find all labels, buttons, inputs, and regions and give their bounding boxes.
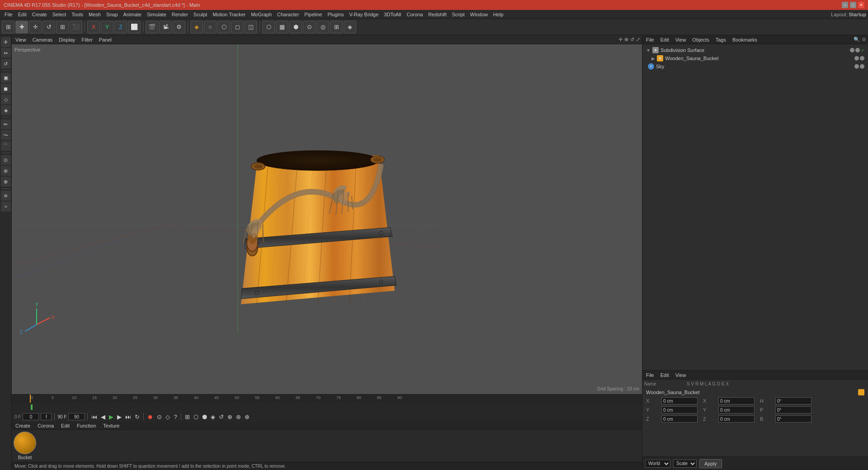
toolbar-grid-toggle[interactable]: ⊞ — [330, 21, 343, 33]
keyframe-button[interactable]: ? — [173, 413, 178, 421]
menu-pipeline[interactable]: Pipeline — [302, 11, 325, 18]
lt-scale[interactable]: ⇔ — [1, 48, 11, 58]
menu-render[interactable]: Render — [169, 11, 191, 18]
menu-sculpt[interactable]: Sculpt — [191, 11, 210, 18]
toolbar-poly-mode[interactable]: ◻ — [231, 21, 244, 33]
menu-snap[interactable]: Snap — [104, 11, 121, 18]
obj-menu-view[interactable]: View — [674, 37, 688, 43]
motion-end-button[interactable]: ⊕ — [244, 413, 250, 421]
toolbar-snap-toggle[interactable]: ◈ — [344, 21, 356, 33]
vp-icon-rotate[interactable]: ↺ — [630, 37, 634, 42]
timeline-ruler[interactable]: 0 5 10 15 20 25 30 35 40 45 50 55 60 65 … — [12, 395, 642, 403]
obj-settings-icon[interactable]: ⚙ — [862, 37, 866, 42]
go-start-button[interactable]: ⏮ — [90, 413, 98, 421]
vp-menu-view[interactable]: View — [14, 37, 28, 43]
toolbar-object-mode[interactable]: ◈ — [190, 21, 203, 33]
viewport[interactable]: X Y Z — [12, 44, 642, 394]
motion-clip-button[interactable]: ⊞ — [184, 413, 191, 421]
motion-point-button[interactable]: ◈ — [210, 413, 216, 421]
lt-spline[interactable]: 〜 — [1, 130, 11, 140]
toolbar-render-all[interactable]: 📽 — [159, 21, 172, 33]
obj-vis-dot-4[interactable] — [860, 56, 864, 61]
menu-plugins[interactable]: Plugins — [325, 11, 346, 18]
menu-select[interactable]: Select — [50, 11, 69, 18]
vp-icon-move[interactable]: ✛ — [618, 37, 623, 42]
menu-3dtoall[interactable]: 3DToAll — [381, 11, 404, 18]
toolbar-point-mode[interactable]: ○ — [204, 21, 217, 33]
lt-pen[interactable]: ✏ — [1, 119, 11, 129]
obj-search-icon[interactable]: 🔍 — [854, 37, 860, 42]
menu-character[interactable]: Character — [274, 11, 302, 18]
play-button[interactable]: ▶ — [108, 413, 114, 421]
toolbar-mode-btn[interactable]: ⊞ — [2, 21, 14, 33]
attr-b-input[interactable] — [775, 415, 811, 423]
mat-menu-corona[interactable]: Corona — [36, 423, 56, 429]
mat-menu-texture[interactable]: Texture — [101, 423, 121, 429]
vp-menu-display[interactable]: Display — [57, 37, 77, 43]
obj-vis-dot-6[interactable] — [860, 64, 864, 69]
material-ball-bucket[interactable] — [14, 432, 36, 454]
toolbar-scale-btn[interactable]: ⊞ — [56, 21, 69, 33]
attr-z2-input[interactable] — [718, 415, 755, 423]
obj-check-icon[interactable]: ✓ — [861, 48, 864, 53]
frame-input-f[interactable] — [41, 413, 52, 420]
toolbar-uv-mode[interactable]: ◫ — [245, 21, 257, 33]
attr-menu-view[interactable]: View — [674, 372, 688, 378]
end-frame-input[interactable] — [68, 413, 85, 420]
lt-weight[interactable]: ⊕ — [1, 177, 11, 187]
go-end-button[interactable]: ⏭ — [124, 413, 132, 421]
motion-rot-button[interactable]: ↺ — [218, 413, 225, 421]
obj-item-sky[interactable]: ● Sky — [644, 62, 866, 70]
minimize-button[interactable]: ─ — [842, 2, 848, 8]
lt-paint[interactable]: ◼ — [1, 84, 11, 94]
menu-redshift[interactable]: Redshift — [425, 11, 449, 18]
attr-x-input[interactable] — [661, 397, 698, 404]
attr-p-input[interactable] — [775, 406, 811, 414]
motion-all-button[interactable]: ⬢ — [201, 413, 208, 421]
toolbar-z-axis[interactable]: Z — [114, 21, 127, 33]
mat-menu-edit[interactable]: Edit — [59, 423, 71, 429]
lt-extrude[interactable]: ◈ — [1, 105, 11, 115]
toolbar-render-settings[interactable]: ⚙ — [173, 21, 185, 33]
obj-menu-objects[interactable]: Objects — [690, 37, 711, 43]
obj-menu-bookmarks[interactable]: Bookmarks — [731, 37, 759, 43]
attr-menu-file[interactable]: File — [644, 372, 656, 378]
lt-cloth[interactable]: ≈ — [1, 202, 11, 212]
obj-item-subdivision[interactable]: ▼ ◆ Subdivision Surface ✓ — [644, 46, 866, 54]
toolbar-world-btn[interactable]: ⬜ — [128, 21, 141, 33]
attr-y2-input[interactable] — [718, 406, 755, 414]
vp-menu-cameras[interactable]: Cameras — [31, 37, 55, 43]
obj-vis-dot-1[interactable] — [850, 48, 854, 52]
mat-menu-function[interactable]: Function — [75, 423, 98, 429]
lt-polygon[interactable]: ▣ — [1, 73, 11, 83]
menu-create[interactable]: Create — [29, 11, 50, 18]
attr-y-input[interactable] — [661, 406, 698, 414]
menu-mesh[interactable]: Mesh — [86, 11, 104, 18]
menu-animate[interactable]: Animate — [121, 11, 144, 18]
next-frame-button[interactable]: ▶ — [116, 413, 123, 421]
attr-z-input[interactable] — [661, 415, 698, 423]
obj-menu-file[interactable]: File — [644, 37, 656, 43]
toolbar-y-axis[interactable]: Y — [101, 21, 113, 33]
attr-scale-select[interactable]: Scale Size — [673, 460, 697, 468]
motion-scale-button[interactable]: ⊕ — [226, 413, 233, 421]
vp-icon-zoom[interactable]: ⊕ — [624, 37, 628, 42]
toolbar-render-active[interactable]: 🎬 — [146, 21, 158, 33]
toolbar-render-btn[interactable]: ⬛ — [70, 21, 82, 33]
auto-key-button[interactable]: ⊙ — [156, 413, 163, 421]
motion-pla-button[interactable]: ⊛ — [235, 413, 242, 421]
toolbar-edge-mode[interactable]: ⬡ — [217, 21, 230, 33]
menu-corona[interactable]: Corona — [404, 11, 425, 18]
obj-vis-dot-3[interactable] — [854, 56, 859, 61]
vp-menu-filter[interactable]: Filter — [80, 37, 94, 43]
close-button[interactable]: ✕ — [858, 2, 864, 8]
menu-motion-tracker[interactable]: Motion Tracker — [210, 11, 248, 18]
lt-sculpt[interactable]: ⊛ — [1, 166, 11, 176]
menu-help[interactable]: Help — [491, 11, 506, 18]
maximize-button[interactable]: □ — [850, 2, 856, 8]
menu-file[interactable]: File — [2, 11, 15, 18]
timeline-bar[interactable] — [12, 403, 642, 412]
attr-x2-input[interactable] — [718, 397, 755, 404]
mat-menu-create[interactable]: Create — [14, 423, 32, 429]
bucket-3d-object[interactable] — [227, 119, 408, 328]
